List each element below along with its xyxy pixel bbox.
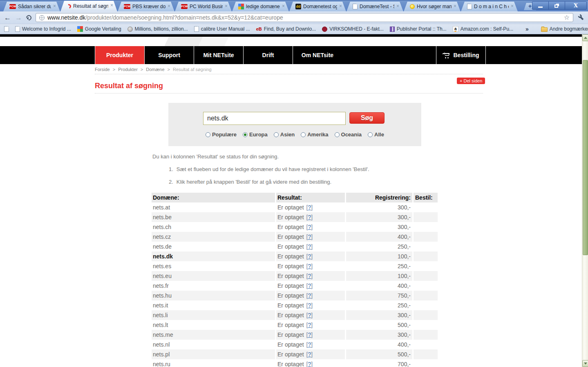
- bookmark-item[interactable]: aAmazon.com : Self-Pu...: [453, 26, 513, 32]
- table-row: nets.pl Er optaget[?] 500,-: [152, 349, 438, 359]
- domain-cell: nets.nl: [152, 340, 275, 349]
- address-bar[interactable]: www.netsite.dk/produkter/domaene/soegnin…: [36, 13, 573, 22]
- result-cell: Er optaget[?]: [276, 291, 345, 300]
- result-cell: Er optaget[?]: [276, 320, 345, 330]
- domain-search-input[interactable]: [203, 112, 346, 125]
- dd-favicon: dd: [295, 4, 301, 9]
- scrollbar-thumb[interactable]: [583, 60, 588, 255]
- bookmarks-overflow-chevron[interactable]: »: [525, 26, 529, 32]
- bookmark-item[interactable]: [4, 26, 9, 32]
- tab-resultat-active[interactable]: Resultat af søgn... ×: [60, 1, 117, 11]
- breadcrumb-link-produkter[interactable]: Produkter: [118, 67, 138, 72]
- tab-close-icon[interactable]: ×: [282, 4, 285, 9]
- table-row: nets.eu Er optaget[?] 100,-: [152, 271, 438, 281]
- instruction-step: 2.Klik herefter på knappen 'Bestil' for …: [169, 179, 331, 185]
- category-radio-populaere[interactable]: Populære: [206, 131, 237, 138]
- bookmark-item[interactable]: Publisher Portal :: Th...: [390, 26, 447, 32]
- chevron-up-icon: [584, 35, 587, 39]
- result-cell: Er optaget[?]: [276, 212, 345, 222]
- price-cell: 700,-: [346, 359, 412, 367]
- bookmark-item[interactable]: Millions, billions, zillion...: [127, 26, 188, 32]
- tab-close-icon[interactable]: ×: [454, 4, 456, 9]
- netsite-favicon: [66, 3, 72, 9]
- bookmark-item[interactable]: VIRKSOMHED - E-fakt...: [322, 26, 384, 32]
- tab-close-icon[interactable]: ×: [110, 3, 113, 8]
- radio-icon: [368, 132, 373, 137]
- nav-item-produkter[interactable]: Produkter: [95, 46, 144, 64]
- bookmark-item[interactable]: eBFind, Buy and Downlo...: [256, 26, 316, 32]
- tab-domaincheck[interactable]: D o m a i n C h e... ×: [461, 2, 518, 11]
- url-text: www.netsite.dk/produkter/domaene/soegnin…: [47, 14, 561, 21]
- price-cell: 100,-: [346, 271, 412, 281]
- tab-close-icon[interactable]: ×: [168, 4, 170, 9]
- radio-label: Alle: [374, 131, 384, 138]
- domain-cell: nets.li: [152, 310, 275, 320]
- tab-domaenetest-s[interactable]: DomæneTest - S... ×: [347, 2, 403, 11]
- bookmark-item[interactable]: calibre User Manual ...: [194, 26, 250, 32]
- coin-icon: [127, 27, 133, 32]
- domain-cell: nets.it: [152, 300, 275, 310]
- restore-button[interactable]: [549, 2, 565, 9]
- tab-domaenetest-og[interactable]: dd Domænetest og ... ×: [289, 2, 346, 11]
- globe-icon: [39, 15, 45, 20]
- tab-close-icon[interactable]: ×: [396, 4, 399, 9]
- bookmark-star-icon[interactable]: ☆: [564, 14, 570, 21]
- table-row: nets.es Er optaget[?] 250,-: [152, 261, 438, 271]
- other-bookmarks-folder[interactable]: Andre bogmærker: [541, 26, 588, 32]
- category-radio-asien[interactable]: Asien: [274, 131, 295, 138]
- tab-close-icon[interactable]: ×: [339, 4, 342, 9]
- category-radio-amerika[interactable]: Amerika: [301, 131, 328, 138]
- result-cell: Er optaget[?]: [276, 251, 345, 261]
- minimize-button[interactable]: [532, 2, 549, 9]
- tab-sadan-sikrer[interactable]: PCW Sådan sikrer du ... ×: [3, 2, 60, 11]
- bestil-cell: [414, 251, 438, 261]
- breadcrumb-link-domaene[interactable]: Domæne: [146, 67, 164, 72]
- tab-close-icon[interactable]: ×: [511, 4, 514, 9]
- scroll-down-button[interactable]: [582, 360, 588, 367]
- tab-pbs-kraever[interactable]: PCW PBS kræver dom... ×: [118, 2, 174, 11]
- category-radio-oceania[interactable]: Oceania: [335, 131, 362, 138]
- wrench-menu-icon[interactable]: [576, 12, 586, 22]
- tab-title: DomæneTest - S...: [360, 4, 394, 9]
- forward-button[interactable]: →: [15, 14, 22, 21]
- category-radio-alle[interactable]: Alle: [368, 131, 384, 138]
- nav-item-drift[interactable]: Drift: [243, 46, 293, 64]
- domain-search-panel: Søg Populære Europa Asien Amerika Oceani…: [168, 103, 421, 146]
- domain-cell: nets.cz: [152, 232, 275, 242]
- table-row: nets.be Er optaget[?] 300,-: [152, 212, 438, 222]
- page-scrollbar[interactable]: [582, 34, 588, 367]
- category-radio-europa[interactable]: Europa: [243, 131, 268, 138]
- price-cell: 300,-: [346, 330, 412, 340]
- bookmark-item[interactable]: Welcome to Infogrid ...: [15, 26, 71, 32]
- bookmark-label: Publisher Portal :: Th...: [397, 26, 447, 32]
- bookmark-label: VIRKSOMHED - E-fakt...: [329, 26, 384, 32]
- result-cell: Er optaget[?]: [276, 310, 345, 320]
- close-window-button[interactable]: X: [565, 2, 586, 9]
- table-row: nets.fr Er optaget[?] 400,-: [152, 281, 438, 291]
- table-row: nets.me Er optaget[?] 300,-: [152, 330, 438, 340]
- bestil-cell: [414, 300, 438, 310]
- scroll-up-button[interactable]: [582, 34, 588, 41]
- reload-button[interactable]: [25, 14, 32, 21]
- nav-item-mit-netsite[interactable]: Mit NETsite: [194, 46, 243, 64]
- breadcrumb: Forside > Produkter > Domæne > Resultat …: [95, 67, 483, 74]
- table-row: nets.ru Er optaget[?] 700,-: [152, 359, 438, 367]
- nav-item-support[interactable]: Support: [144, 46, 194, 64]
- breadcrumb-link-forside[interactable]: Forside: [95, 67, 110, 72]
- search-button[interactable]: Søg: [349, 112, 385, 124]
- nav-item-om-netsite[interactable]: Om NETsite: [293, 46, 342, 64]
- bookmark-item[interactable]: Google Vertaling: [77, 26, 121, 32]
- back-button[interactable]: ←: [4, 14, 11, 21]
- share-page-badge[interactable]: + Del siden: [457, 78, 485, 84]
- nav-item-bestilling[interactable]: Bestilling: [436, 46, 486, 64]
- tab-ledige-domaener[interactable]: ledige domæner ... ×: [232, 2, 289, 11]
- domain-results-table: Domæne: Resultat: Registrering: Bestil: …: [152, 193, 438, 367]
- table-row-nets-dk: nets.dk Er optaget[?] 100,-: [152, 251, 438, 261]
- tab-close-icon[interactable]: ×: [53, 4, 56, 9]
- tab-close-icon[interactable]: ×: [225, 4, 228, 9]
- browser-toolbar: ← → www.netsite.dk/produkter/domaene/soe…: [0, 11, 588, 24]
- domain-cell: nets.ch: [152, 222, 275, 232]
- tab-hvor-soeger-man[interactable]: Hvor søger man ... ×: [404, 2, 461, 11]
- result-cell: Er optaget[?]: [276, 330, 345, 340]
- tab-pcworld-busine[interactable]: PCW PC World Busine... ×: [175, 2, 232, 11]
